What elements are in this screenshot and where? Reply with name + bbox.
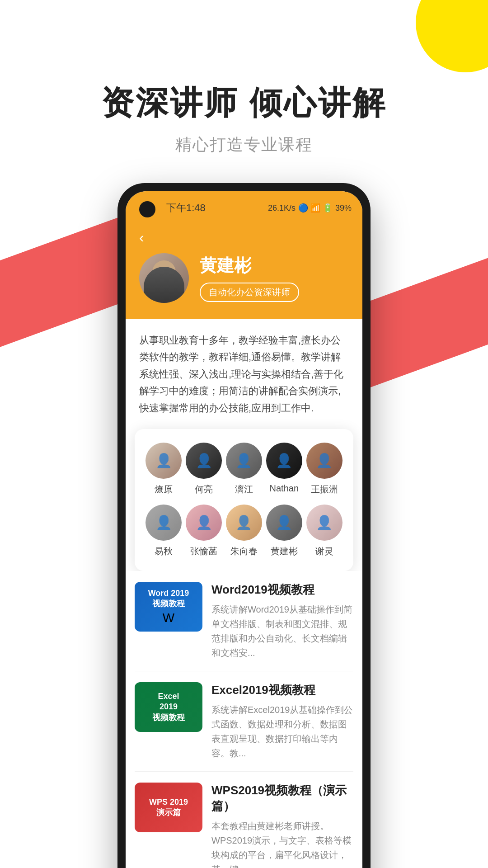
- thumb-word-title: Word 2019视频教程: [148, 588, 189, 609]
- list-item[interactable]: 👤 漓江: [224, 443, 264, 495]
- instructor-name: 朱向春: [230, 545, 258, 557]
- list-item[interactable]: 👤 何亮: [184, 443, 224, 495]
- avatar: 👤: [186, 505, 222, 541]
- instructor-name: 张愉菡: [190, 545, 217, 557]
- list-item[interactable]: 👤 谢灵: [304, 505, 344, 557]
- course-list: Word 2019视频教程 W Word2019视频教程 系统讲解Word201…: [126, 571, 362, 868]
- thumb-wps-title: WPS 2019演示篇: [149, 797, 188, 818]
- course-info-excel: Excel2019视频教程 系统讲解Excel2019从基础操作到公式函数、数据…: [211, 682, 353, 760]
- header-sub-title: 精心打造专业课程: [0, 134, 488, 156]
- instructor-name: 黄建彬: [271, 545, 298, 557]
- status-icons: 🔵 📶 🔋: [298, 203, 333, 213]
- network-speed: 26.1K/s: [268, 203, 296, 213]
- instructor-name: 王振洲: [311, 483, 338, 495]
- status-bar: 下午1:48 26.1K/s 🔵 📶 🔋 39%: [126, 191, 362, 218]
- instructor-name: 何亮: [195, 483, 213, 495]
- status-right: 26.1K/s 🔵 📶 🔋 39%: [268, 203, 352, 213]
- avatar-inner: 👤: [266, 505, 302, 541]
- camera-notch: [139, 201, 155, 217]
- instructor-row-1: 👤 燎原 👤 何亮 👤 漓江: [144, 443, 344, 495]
- phone-screen: 下午1:48 26.1K/s 🔵 📶 🔋 39% ‹ 黄建彬: [126, 191, 362, 868]
- instructor-row-2: 👤 易秋 👤 张愉菡 👤 朱向春: [144, 505, 344, 557]
- avatar: 👤: [266, 443, 302, 479]
- back-button[interactable]: ‹: [139, 229, 349, 246]
- course-desc: 本套教程由黄建彬老师讲授。WPS2019演示，与文字、表格等模块构成的平台，扁平…: [211, 819, 353, 868]
- thumb-word: Word 2019视频教程 W: [135, 582, 202, 632]
- course-info-wps: WPS2019视频教程（演示篇） 本套教程由黄建彬老师讲授。WPS2019演示，…: [211, 783, 353, 868]
- phone-mockup: 下午1:48 26.1K/s 🔵 📶 🔋 39% ‹ 黄建彬: [117, 183, 371, 868]
- instructor-name: 谢灵: [315, 545, 333, 557]
- table-row[interactable]: Word 2019视频教程 W Word2019视频教程 系统讲解Word201…: [135, 571, 353, 671]
- battery-level: 39%: [335, 203, 352, 213]
- status-time: 下午1:48: [166, 201, 206, 215]
- list-item[interactable]: 👤 王振洲: [304, 443, 344, 495]
- teacher-avatar-figure: [144, 267, 184, 303]
- avatar-inner: 👤: [226, 443, 262, 479]
- avatar: 👤: [226, 505, 262, 541]
- avatar: 👤: [306, 505, 343, 541]
- instructor-name: 漓江: [235, 483, 253, 495]
- instructor-grid: 👤 燎原 👤 何亮 👤 漓江: [135, 429, 353, 571]
- list-item[interactable]: 👤 燎原: [144, 443, 184, 495]
- table-row[interactable]: Excel2019视频教程 Excel2019视频教程 系统讲解Excel201…: [135, 671, 353, 772]
- header-main-title: 资深讲师 倾心讲解: [0, 81, 488, 125]
- teacher-badge: 自动化办公资深讲师: [200, 283, 299, 302]
- list-item[interactable]: 👤 黄建彬: [264, 505, 304, 557]
- course-desc: 系统讲解Excel2019从基础操作到公式函数、数据处理和分析、数据图表直观呈现…: [211, 703, 353, 760]
- teacher-bio: 从事职业教育十多年，教学经验丰富,擅长办公类软件的教学，教程详细,通俗易懂。教学…: [126, 319, 362, 429]
- teacher-profile: ‹ 黄建彬 自动化办公资深讲师: [126, 218, 362, 319]
- teacher-name: 黄建彬: [200, 254, 349, 277]
- avatar: 👤: [145, 443, 182, 479]
- avatar-inner: 👤: [306, 443, 343, 479]
- list-item[interactable]: 👤 易秋: [144, 505, 184, 557]
- avatar-inner: 👤: [226, 505, 262, 541]
- course-title: Excel2019视频教程: [211, 682, 353, 698]
- word-icon: W: [163, 611, 174, 625]
- course-title: WPS2019视频教程（演示篇）: [211, 783, 353, 814]
- thumb-excel-title: Excel2019视频教程: [152, 691, 185, 723]
- instructor-name-nathan: Nathan: [270, 483, 299, 494]
- teacher-avatar: [139, 253, 189, 303]
- course-thumbnail-wps: WPS 2019演示篇: [135, 783, 202, 832]
- table-row[interactable]: WPS 2019演示篇 WPS2019视频教程（演示篇） 本套教程由黄建彬老师讲…: [135, 772, 353, 868]
- course-title: Word2019视频教程: [211, 582, 353, 598]
- list-item[interactable]: 👤 张愉菡: [184, 505, 224, 557]
- avatar: 👤: [266, 505, 302, 541]
- avatar-inner: 👤: [266, 443, 302, 479]
- avatar-inner: 👤: [186, 443, 222, 479]
- avatar: 👤: [186, 443, 222, 479]
- teacher-info: 黄建彬 自动化办公资深讲师: [139, 253, 349, 303]
- avatar-inner: 👤: [145, 505, 182, 541]
- avatar-inner: 👤: [186, 505, 222, 541]
- list-item[interactable]: 👤 Nathan: [264, 443, 304, 495]
- course-thumbnail-excel: Excel2019视频教程: [135, 682, 202, 732]
- course-info-word: Word2019视频教程 系统讲解Word2019从基础操作到简单文档排版、制表…: [211, 582, 353, 660]
- header-section: 资深讲师 倾心讲解 精心打造专业课程: [0, 0, 488, 183]
- phone-container: 下午1:48 26.1K/s 🔵 📶 🔋 39% ‹ 黄建彬: [0, 183, 488, 868]
- thumb-excel: Excel2019视频教程: [135, 682, 202, 732]
- course-desc: 系统讲解Word2019从基础操作到简单文档排版、制表和图文混排、规范排版和办公…: [211, 602, 353, 660]
- instructor-name: 燎原: [155, 483, 173, 495]
- avatar: 👤: [306, 443, 343, 479]
- avatar: 👤: [226, 443, 262, 479]
- avatar-inner: 👤: [145, 443, 182, 479]
- instructor-name: 易秋: [155, 545, 173, 557]
- course-thumbnail-word: Word 2019视频教程 W: [135, 582, 202, 632]
- list-item[interactable]: 👤 朱向春: [224, 505, 264, 557]
- avatar-inner: 👤: [306, 505, 343, 541]
- avatar: 👤: [145, 505, 182, 541]
- thumb-wps: WPS 2019演示篇: [135, 783, 202, 832]
- teacher-details: 黄建彬 自动化办公资深讲师: [200, 254, 349, 302]
